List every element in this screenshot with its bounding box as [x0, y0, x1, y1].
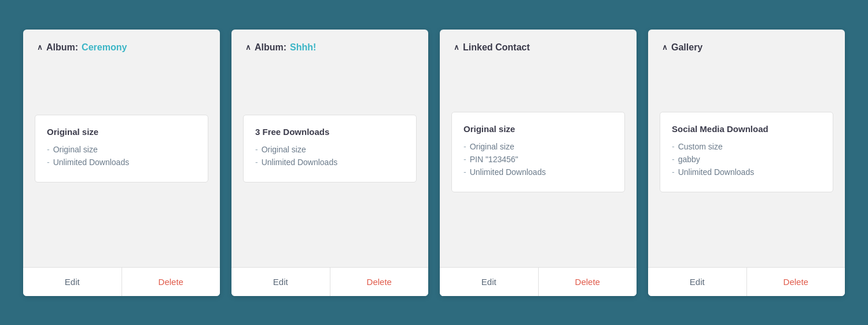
card-shhh-info-title: 3 Free Downloads [255, 127, 404, 137]
card-shhh-header-prefix: Album: [255, 42, 286, 53]
card-gallery-info-item-0: -Custom size [672, 142, 821, 151]
card-gallery-body: Social Media Download-Custom size-gabby-… [648, 79, 845, 225]
card-linked-contact-item-text-1: PIN "123456" [470, 155, 518, 164]
card-gallery-header: ∧Gallery [648, 30, 845, 62]
card-shhh-item-text-0: Original size [262, 145, 306, 154]
chevron-up-icon: ∧ [245, 43, 251, 52]
dash-icon: - [672, 142, 675, 151]
card-shhh-info-item-0: -Original size [255, 145, 404, 154]
card-shhh-edit-button[interactable]: Edit [231, 268, 330, 296]
chevron-up-icon: ∧ [454, 43, 459, 52]
card-linked-contact-info-item-2: -Unlimited Downloads [464, 167, 613, 177]
card-linked-contact-delete-button[interactable]: Delete [539, 268, 637, 296]
card-linked-contact-info-box: Original size-Original size-PIN "123456"… [451, 112, 625, 192]
card-gallery-item-text-1: gabby [678, 155, 700, 164]
card-shhh: ∧Album: Shhh!3 Free Downloads-Original s… [231, 30, 428, 296]
card-ceremony-header-link[interactable]: Ceremony [82, 42, 127, 53]
card-gallery-info-title: Social Media Download [672, 124, 821, 134]
card-ceremony-info-item-1: -Unlimited Downloads [47, 158, 196, 167]
card-ceremony-delete-button[interactable]: Delete [122, 268, 220, 296]
card-ceremony-footer: EditDelete [23, 267, 220, 296]
chevron-up-icon: ∧ [662, 43, 668, 52]
dash-icon: - [47, 145, 50, 154]
card-linked-contact-header-label: Linked Contact [463, 42, 530, 53]
card-shhh-footer: EditDelete [231, 267, 428, 296]
card-ceremony-body: Original size-Original size-Unlimited Do… [23, 79, 220, 219]
card-ceremony-info-title: Original size [47, 127, 196, 137]
card-gallery: ∧GallerySocial Media Download-Custom siz… [648, 30, 845, 296]
dash-icon: - [672, 167, 675, 177]
card-shhh-info-item-1: -Unlimited Downloads [255, 158, 404, 167]
dash-icon: - [255, 145, 258, 154]
card-gallery-info-box: Social Media Download-Custom size-gabby-… [660, 112, 833, 192]
card-linked-contact-item-text-0: Original size [470, 142, 514, 151]
card-ceremony-item-text-0: Original size [53, 145, 98, 154]
card-gallery-delete-button[interactable]: Delete [747, 268, 845, 296]
card-linked-contact-info-item-1: -PIN "123456" [464, 155, 613, 164]
card-linked-contact-footer: EditDelete [440, 267, 637, 296]
chevron-up-icon: ∧ [37, 43, 43, 52]
card-gallery-header-label: Gallery [671, 42, 703, 53]
card-shhh-item-text-1: Unlimited Downloads [262, 158, 338, 167]
card-linked-contact-edit-button[interactable]: Edit [440, 268, 539, 296]
card-linked-contact-info-title: Original size [464, 124, 613, 134]
card-gallery-item-text-2: Unlimited Downloads [678, 167, 755, 177]
card-gallery-edit-button[interactable]: Edit [648, 268, 747, 296]
card-shhh-delete-button[interactable]: Delete [330, 268, 429, 296]
card-shhh-info-box: 3 Free Downloads-Original size-Unlimited… [243, 115, 417, 182]
card-shhh-header: ∧Album: Shhh! [231, 30, 428, 62]
card-ceremony-info-box: Original size-Original size-Unlimited Do… [35, 115, 208, 182]
card-ceremony-header-prefix: Album: [46, 42, 78, 53]
cards-container: ∧Album: CeremonyOriginal size-Original s… [6, 12, 862, 313]
card-ceremony: ∧Album: CeremonyOriginal size-Original s… [23, 30, 220, 296]
dash-icon: - [255, 158, 258, 167]
card-ceremony-edit-button[interactable]: Edit [23, 268, 122, 296]
card-ceremony-item-text-1: Unlimited Downloads [53, 158, 130, 167]
card-ceremony-header: ∧Album: Ceremony [23, 30, 220, 62]
card-gallery-info-item-2: -Unlimited Downloads [672, 167, 821, 177]
dash-icon: - [464, 167, 466, 177]
card-shhh-body: 3 Free Downloads-Original size-Unlimited… [231, 79, 428, 219]
card-linked-contact-header: ∧Linked Contact [440, 30, 637, 62]
card-linked-contact-info-item-0: -Original size [464, 142, 613, 151]
dash-icon: - [464, 142, 466, 151]
card-shhh-header-link[interactable]: Shhh! [290, 42, 316, 53]
card-gallery-item-text-0: Custom size [678, 142, 723, 151]
card-ceremony-info-item-0: -Original size [47, 145, 196, 154]
card-gallery-footer: EditDelete [648, 267, 845, 296]
dash-icon: - [672, 155, 675, 164]
dash-icon: - [464, 155, 466, 164]
card-linked-contact-body: Original size-Original size-PIN "123456"… [440, 79, 637, 225]
card-gallery-info-item-1: -gabby [672, 155, 821, 164]
dash-icon: - [47, 158, 50, 167]
card-linked-contact: ∧Linked ContactOriginal size-Original si… [440, 30, 637, 296]
card-linked-contact-item-text-2: Unlimited Downloads [470, 167, 546, 177]
